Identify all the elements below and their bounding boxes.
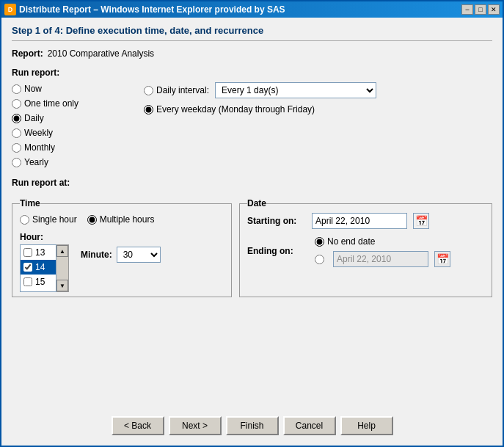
hour-14-value: 14 — [35, 262, 45, 272]
radio-monthly[interactable]: Monthly — [12, 142, 129, 153]
radio-now[interactable]: Now — [12, 83, 129, 95]
hour-item-15[interactable]: 15 — [21, 275, 56, 289]
cancel-button[interactable]: Cancel — [283, 416, 336, 435]
starting-on-row: Starting on: 📅 — [247, 213, 484, 229]
radio-yearly-input[interactable] — [12, 158, 21, 167]
title-bar: D Distribute Report – Windows Internet E… — [1, 1, 503, 18]
date-group-legend: Date — [247, 198, 266, 208]
ending-options: No end date 📅 — [315, 235, 450, 267]
finish-button[interactable]: Finish — [226, 416, 279, 435]
radio-weekly-input[interactable] — [12, 128, 21, 138]
multiple-hours-label: Multiple hours — [100, 214, 155, 225]
radio-yearly-label: Yearly — [24, 157, 48, 167]
hour-list: 13 14 15 — [20, 244, 56, 292]
radio-multiple-hours[interactable]: Multiple hours — [87, 214, 155, 225]
radio-multiple-hours-input[interactable] — [87, 215, 97, 225]
daily-options: Daily interval: Every 1 day(s) Every wee… — [136, 82, 492, 169]
date-group: Date Starting on: 📅 Ending on: No end da… — [239, 198, 492, 297]
radio-single-hour[interactable]: Single hour — [20, 214, 77, 225]
hour-13-value: 13 — [35, 247, 45, 258]
end-date-calendar-icon[interactable]: 📅 — [434, 251, 450, 267]
hour-scroll-down[interactable]: ▼ — [56, 280, 68, 291]
radio-daily-interval-input[interactable] — [144, 86, 153, 95]
starting-on-input[interactable] — [312, 213, 407, 229]
radio-no-end-date-input[interactable] — [315, 237, 324, 247]
end-date-input[interactable] — [333, 251, 428, 267]
hour-13-checkbox[interactable] — [23, 248, 32, 257]
daily-interval-label: Daily interval: — [156, 85, 209, 95]
hour-14-checkbox[interactable] — [23, 263, 32, 272]
radio-daily-label: Daily — [24, 113, 44, 123]
radio-one-time[interactable]: One time only — [12, 98, 129, 109]
ending-on-row: Ending on: No end date 📅 — [247, 235, 484, 267]
radio-daily-interval[interactable]: Daily interval: — [144, 84, 209, 96]
radio-now-input[interactable] — [12, 84, 21, 94]
radio-end-date-input[interactable] — [315, 255, 324, 264]
radio-weekly[interactable]: Weekly — [12, 127, 129, 139]
radio-every-weekday-input[interactable] — [144, 105, 153, 115]
hour-scroll: ▲ ▼ — [56, 244, 69, 292]
radio-daily-input[interactable] — [12, 114, 21, 123]
daily-interval-select[interactable]: Every 1 day(s) — [215, 82, 376, 98]
single-hour-label: Single hour — [32, 214, 77, 225]
window-controls: – □ ✕ — [461, 4, 500, 15]
hour-item-14[interactable]: 14 — [21, 260, 56, 275]
ending-on-label: Ending on: — [247, 246, 306, 256]
hour-15-checkbox[interactable] — [23, 277, 32, 286]
maximize-button[interactable]: □ — [475, 4, 486, 15]
hour-section: Hour: 13 14 — [20, 232, 69, 292]
radio-one-time-input[interactable] — [12, 99, 21, 109]
hour-15-value: 15 — [35, 277, 45, 287]
starting-on-calendar-icon[interactable]: 📅 — [413, 213, 429, 229]
end-date-row: 📅 — [315, 251, 450, 267]
every-weekday-label: Every weekday (Monday through Friday) — [156, 104, 315, 115]
radio-yearly[interactable]: Yearly — [12, 156, 129, 168]
next-button[interactable]: Next > — [169, 416, 222, 435]
radio-weekly-label: Weekly — [24, 128, 53, 138]
minimize-button[interactable]: – — [461, 4, 473, 15]
starting-on-label: Starting on: — [247, 216, 306, 226]
time-radios: Single hour Multiple hours — [20, 213, 224, 226]
run-report-label: Run report: — [12, 68, 129, 78]
radio-now-label: Now — [24, 84, 42, 94]
minute-section: Minute: 30 — [81, 247, 161, 263]
radio-single-hour-input[interactable] — [20, 215, 29, 225]
time-group: Time Single hour Multiple hours Hour: — [12, 198, 232, 297]
footer: < Back Next > Finish Cancel Help — [1, 409, 503, 446]
radio-one-time-label: One time only — [24, 98, 78, 109]
radio-every-weekday[interactable]: Every weekday (Monday through Friday) — [144, 103, 315, 115]
main-window: D Distribute Report – Windows Internet E… — [0, 0, 504, 447]
report-label: Report: — [12, 48, 43, 59]
help-button[interactable]: Help — [340, 416, 393, 435]
hour-label: Hour: — [20, 232, 69, 242]
minute-select[interactable]: 30 — [117, 247, 161, 263]
window-title: Distribute Report – Windows Internet Exp… — [19, 4, 461, 15]
hour-minute-row: Hour: 13 14 — [20, 232, 224, 292]
radio-daily[interactable]: Daily — [12, 112, 129, 124]
daily-interval-row: Daily interval: Every 1 day(s) — [144, 82, 492, 98]
radio-end-date[interactable] — [315, 254, 324, 265]
window-icon: D — [4, 4, 16, 15]
hour-item-13[interactable]: 13 — [21, 245, 56, 260]
report-value: 2010 Comparative Analysis — [48, 48, 154, 59]
run-report-at-label: Run report at: — [12, 178, 492, 188]
radio-monthly-label: Monthly — [24, 142, 55, 153]
run-report-section: Run report: Now One time only Daily Week… — [12, 68, 129, 169]
time-group-legend: Time — [20, 198, 40, 208]
main-area: Run report: Now One time only Daily Week… — [12, 68, 492, 169]
close-button[interactable]: ✕ — [488, 4, 500, 15]
radio-monthly-input[interactable] — [12, 143, 21, 153]
report-line: Report: 2010 Comparative Analysis — [12, 48, 492, 59]
minute-label: Minute: — [81, 250, 112, 260]
step-header: Step 1 of 4: Define execution time, date… — [12, 25, 492, 41]
every-weekday-row: Every weekday (Monday through Friday) — [144, 103, 492, 116]
hour-scroll-up[interactable]: ▲ — [56, 245, 68, 257]
back-button[interactable]: < Back — [112, 416, 164, 435]
bottom-section: Time Single hour Multiple hours Hour: — [12, 198, 492, 297]
main-content: Step 1 of 4: Define execution time, date… — [1, 18, 503, 409]
no-end-date-label: No end date — [327, 236, 375, 247]
hour-list-container: 13 14 15 — [20, 244, 69, 292]
radio-no-end-date[interactable]: No end date — [315, 236, 450, 247]
